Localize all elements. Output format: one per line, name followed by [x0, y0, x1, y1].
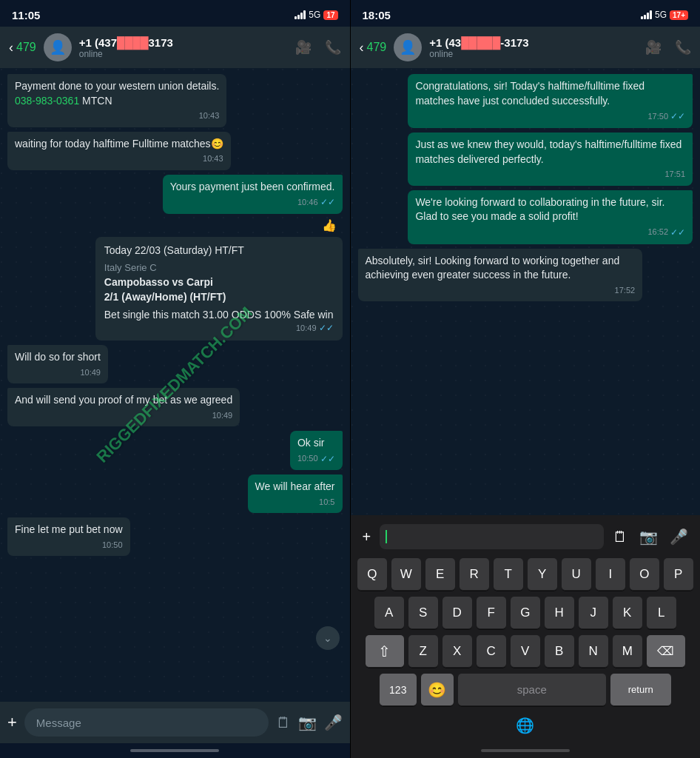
left-input-bar: + 🗒 📷 🎤	[0, 702, 350, 743]
msg-row: Absolutely, sir! Looking forward to work…	[358, 249, 693, 302]
signal-bar-4	[303, 10, 306, 19]
right-header-icons: 🎥 📞	[645, 39, 691, 56]
key-r[interactable]: R	[460, 558, 489, 591]
text-cursor	[386, 530, 387, 543]
msg-time: 17:50 ✓✓	[415, 110, 685, 123]
right-video-call-icon[interactable]: 🎥	[645, 39, 662, 56]
key-p[interactable]: P	[664, 558, 693, 591]
left-sticker-icon[interactable]: 🗒	[276, 714, 291, 731]
keyboard-camera-btn[interactable]: 📷	[636, 525, 661, 549]
key-emoji[interactable]: 😊	[421, 674, 454, 706]
phone-call-icon[interactable]: 📞	[325, 39, 341, 56]
key-x[interactable]: X	[442, 635, 472, 668]
key-d[interactable]: D	[442, 597, 472, 629]
bet-card: Today 22/03 (Saturday) HT/FT Italy Serie…	[95, 237, 343, 341]
key-f[interactable]: F	[477, 597, 506, 629]
key-h[interactable]: H	[545, 597, 574, 629]
globe-icon[interactable]: 🌐	[516, 717, 534, 734]
right-back-button[interactable]: ‹ 479	[360, 40, 387, 56]
msg-text: Ok sir	[297, 437, 325, 449]
key-backspace[interactable]: ⌫	[647, 635, 685, 668]
left-mic-icon[interactable]: 🎤	[324, 714, 343, 731]
bubble-sent: Yours payment just been confirmed. 10:46…	[163, 175, 343, 214]
right-notification-badge: 17+	[670, 10, 688, 20]
right-home-indicator	[351, 743, 701, 758]
key-j[interactable]: J	[579, 597, 608, 629]
left-message-input[interactable]	[24, 708, 269, 737]
keyboard: Q W E R T Y U I O P A S D F G H J K	[354, 555, 698, 712]
right-contact-info: +1 (43█████-3173 online	[429, 36, 638, 59]
bubble-sent: Just as we knew they would, today's half…	[408, 133, 693, 186]
right-contact-status: online	[429, 49, 638, 59]
left-network: 5G	[309, 10, 320, 20]
msg-row: Fine let me put bet now 10:50	[7, 517, 343, 556]
key-g[interactable]: G	[511, 597, 540, 629]
left-add-icon[interactable]: +	[7, 713, 17, 732]
left-contact-status: online	[79, 49, 288, 59]
key-t[interactable]: T	[494, 558, 523, 591]
msg-text: Fine let me put bet now	[15, 523, 123, 535]
key-k[interactable]: K	[613, 597, 642, 629]
key-n[interactable]: N	[579, 635, 608, 668]
key-i[interactable]: I	[596, 558, 625, 591]
bubble-received: Absolutely, sir! Looking forward to work…	[358, 249, 643, 302]
checkmarks: ✓✓	[670, 227, 685, 239]
key-s[interactable]: S	[408, 597, 438, 629]
left-contact-info: +1 (437████3173 online	[79, 36, 288, 59]
right-back-count: 479	[367, 41, 387, 54]
msg-time: 10:49	[15, 410, 232, 421]
key-shift[interactable]: ⇧	[366, 635, 404, 668]
signal-bars	[295, 10, 306, 19]
key-q[interactable]: Q	[357, 558, 387, 591]
key-a[interactable]: A	[374, 597, 404, 629]
scroll-down-button[interactable]: ⌄	[316, 626, 340, 650]
key-l[interactable]: L	[647, 597, 676, 629]
right-signal-bars	[641, 10, 652, 19]
keyboard-sticker-btn[interactable]: 🗒	[610, 526, 630, 549]
left-camera-icon[interactable]: 📷	[298, 714, 317, 731]
msg-time: 10:49	[15, 367, 101, 378]
key-return[interactable]: return	[610, 674, 671, 706]
msg-row: Ok sir 10:50 ✓✓	[7, 431, 343, 470]
left-back-button[interactable]: ‹ 479	[9, 40, 36, 56]
key-z[interactable]: Z	[408, 635, 438, 668]
key-v[interactable]: V	[511, 635, 540, 668]
keyboard-text-input[interactable]	[380, 524, 604, 549]
key-m[interactable]: M	[613, 635, 642, 668]
key-w[interactable]: W	[391, 558, 421, 591]
left-home-indicator	[0, 743, 350, 758]
key-o[interactable]: O	[630, 558, 659, 591]
bubble-received: Fine let me put bet now 10:50	[7, 517, 130, 556]
key-y[interactable]: Y	[528, 558, 557, 591]
left-avatar: 👤	[44, 33, 72, 61]
msg-time: 17:51	[415, 169, 685, 180]
key-b[interactable]: B	[545, 635, 574, 668]
checkmarks: ✓✓	[319, 323, 334, 333]
msg-text: Payment done to your western union detai…	[15, 80, 219, 92]
left-redacted: ████	[117, 36, 149, 49]
right-home-bar	[481, 749, 570, 752]
bet-league: Italy Serie C	[104, 262, 334, 273]
keyboard-bottom-bar: 🌐	[354, 712, 698, 740]
right-phone-call-icon[interactable]: 📞	[675, 39, 691, 56]
signal-bar-1	[295, 16, 297, 19]
keyboard-mic-btn[interactable]: 🎤	[667, 525, 691, 549]
key-e[interactable]: E	[425, 558, 455, 591]
right-chat-bg: Congratulations, sir! Today's halftime/f…	[351, 68, 701, 515]
video-call-icon[interactable]: 🎥	[295, 39, 312, 56]
key-numbers[interactable]: 123	[380, 674, 417, 706]
msg-time: 10:5	[255, 497, 335, 508]
key-u[interactable]: U	[562, 558, 591, 591]
key-c[interactable]: C	[477, 635, 506, 668]
left-chat-header: ‹ 479 👤 +1 (437████3173 online 🎥 📞	[0, 27, 350, 68]
key-space[interactable]: space	[458, 674, 606, 706]
right-status-right: 5G 17+	[641, 10, 688, 20]
bet-date: Today 22/03 (Saturday) HT/FT	[104, 244, 334, 256]
left-phone-panel: 11:05 5G 17 ‹ 479 👤 +1 (437████3173 onli…	[0, 0, 350, 758]
bubble-received: Will do so for short 10:49	[7, 345, 108, 383]
mtcn-link[interactable]: 038-983-0361	[15, 95, 79, 107]
msg-time: 10:43	[15, 153, 223, 164]
bet-card-row: Today 22/03 (Saturday) HT/FT Italy Serie…	[7, 237, 343, 341]
keyboard-plus-btn[interactable]: +	[360, 526, 374, 549]
msg-time: 10:46 ✓✓	[170, 196, 335, 209]
